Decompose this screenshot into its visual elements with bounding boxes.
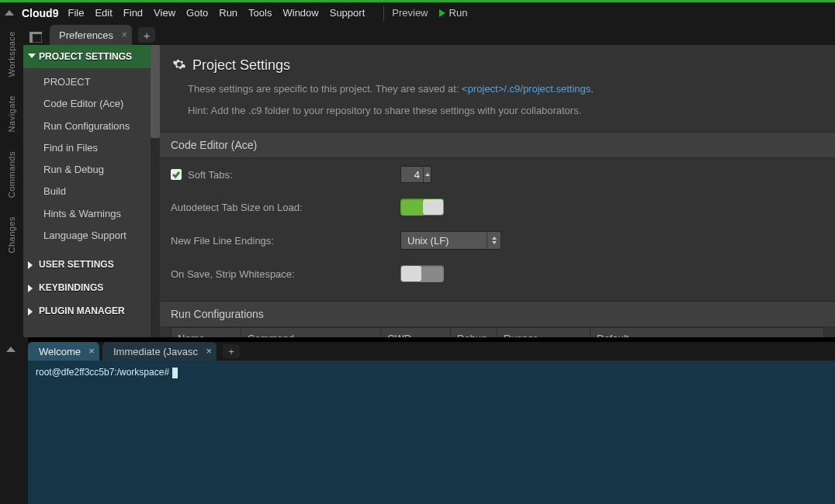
preview-button[interactable]: Preview xyxy=(392,7,428,19)
select-chevron-icon xyxy=(487,232,501,249)
bottom-tab-add-button[interactable]: + xyxy=(223,344,240,358)
section-user-settings[interactable]: USER SETTINGS xyxy=(23,253,160,276)
bottom-left-gutter xyxy=(0,337,28,504)
autodetect-label: Autodetect Tab Size on Load: xyxy=(171,202,303,213)
menu-view[interactable]: View xyxy=(154,7,175,19)
section-keybindings[interactable]: KEYBINDINGS xyxy=(23,276,160,299)
page-title-row: Project Settings xyxy=(160,45,835,78)
menu-support[interactable]: Support xyxy=(330,7,366,19)
run-button[interactable]: Run xyxy=(439,7,468,19)
menu-file[interactable]: File xyxy=(68,7,84,19)
section-user-settings-label: USER SETTINGS xyxy=(39,259,114,270)
sidebar-item-project[interactable]: PROJECT xyxy=(23,71,160,93)
tab-add-button[interactable]: + xyxy=(138,27,155,43)
run-button-label: Run xyxy=(449,7,468,19)
sidebar-scrollbar-thumb[interactable] xyxy=(151,45,160,138)
soft-tabs-checkbox[interactable] xyxy=(171,169,182,180)
col-default[interactable]: Default xyxy=(591,328,823,337)
rail-navigate[interactable]: Navigate xyxy=(7,95,16,132)
brand[interactable]: Cloud9 xyxy=(22,7,58,19)
sidebar-item-hints-warnings[interactable]: Hints & Warnings xyxy=(23,203,160,225)
bottom-tabstrip: Welcome × Immediate (Javasc × + xyxy=(28,342,835,361)
sidebar-item-build[interactable]: Build xyxy=(23,181,160,202)
col-cwd[interactable]: CWD xyxy=(381,328,451,337)
spinner-up-icon[interactable] xyxy=(423,167,431,182)
sidebar-item-run-and-debug[interactable]: Run & Debug xyxy=(23,159,160,181)
bottom-tab-welcome-label: Welcome xyxy=(39,346,81,357)
setting-autodetect-tab-size: Autodetect Tab Size on Load: xyxy=(160,191,835,223)
tab-preferences[interactable]: Preferences × xyxy=(50,25,132,45)
page-intro: These settings are specific to this proj… xyxy=(160,78,835,100)
bottom-tab-welcome[interactable]: Welcome × xyxy=(28,342,99,361)
sidebar-item-language-support[interactable]: Language Support xyxy=(23,225,160,247)
col-runner[interactable]: Runner xyxy=(497,328,591,337)
bottom-tab-immediate-label: Immediate (Javasc xyxy=(113,346,198,357)
left-rail: Workspace Navigate Commands Changes xyxy=(0,23,23,337)
bottom-tab-immediate-close-icon[interactable]: × xyxy=(206,345,212,357)
chevron-right-icon xyxy=(28,308,33,316)
menu-run[interactable]: Run xyxy=(219,7,237,19)
chevron-down-icon xyxy=(28,54,36,58)
strip-ws-toggle[interactable] xyxy=(400,265,444,282)
line-endings-value: Unix (LF) xyxy=(407,235,449,247)
soft-tabs-spinner[interactable] xyxy=(400,166,431,183)
rail-workspace[interactable]: Workspace xyxy=(7,31,16,77)
terminal-prompt: root@dfe2ff3cc5b7:/workspace# xyxy=(36,367,169,378)
intro-path: <project>/.c9/project.settings xyxy=(462,83,591,95)
svg-rect-1 xyxy=(29,32,42,34)
tab-preferences-label: Preferences xyxy=(59,29,113,41)
collapse-bottom-icon[interactable] xyxy=(6,347,16,352)
menu-edit[interactable]: Edit xyxy=(95,7,112,19)
section-plugin-manager-label: PLUGIN MANAGER xyxy=(39,306,125,316)
sidebar-item-code-editor[interactable]: Code Editor (Ace) xyxy=(23,93,160,115)
soft-tabs-input[interactable] xyxy=(401,169,423,181)
intro-suffix: . xyxy=(591,83,594,95)
settings-content: Project Settings These settings are spec… xyxy=(160,45,835,337)
soft-tabs-label: Soft Tabs: xyxy=(188,169,233,181)
strip-ws-label: On Save, Strip Whitespace: xyxy=(171,268,295,280)
col-command[interactable]: Command xyxy=(241,328,381,337)
section-project-settings[interactable]: PROJECT SETTINGS xyxy=(23,45,160,68)
gear-icon xyxy=(172,57,186,74)
setting-line-endings: New File Line Endings: Unix (LF) xyxy=(160,223,835,257)
col-debug[interactable]: Debug xyxy=(451,328,497,337)
group-code-editor-header: Code Editor (Ace) xyxy=(160,132,835,158)
collapse-top-icon[interactable] xyxy=(5,10,14,16)
section-plugin-manager[interactable]: PLUGIN MANAGER xyxy=(23,299,160,323)
chevron-right-icon xyxy=(28,261,33,269)
bottom-tab-immediate[interactable]: Immediate (Javasc × xyxy=(102,342,217,361)
line-endings-select[interactable]: Unix (LF) xyxy=(400,231,501,250)
terminal[interactable]: root@dfe2ff3cc5b7:/workspace# xyxy=(28,361,835,504)
section-project-settings-label: PROJECT SETTINGS xyxy=(39,51,132,62)
menu-tools[interactable]: Tools xyxy=(248,7,272,19)
menubar-separator xyxy=(383,5,384,21)
rail-commands[interactable]: Commands xyxy=(7,151,16,198)
page-hint: Hint: Add the .c9 folder to your reposit… xyxy=(160,100,835,122)
tabstrip: Preferences × + xyxy=(23,23,835,45)
toggle-knob xyxy=(401,266,421,281)
menu-goto[interactable]: Goto xyxy=(186,7,208,19)
setting-strip-whitespace: On Save, Strip Whitespace: xyxy=(160,257,835,290)
sidebar-item-run-config[interactable]: Run Configurations xyxy=(23,116,160,137)
section-keybindings-label: KEYBINDINGS xyxy=(39,282,103,293)
menu-find[interactable]: Find xyxy=(123,7,143,19)
setting-soft-tabs: Soft Tabs: xyxy=(160,158,835,191)
toggle-knob xyxy=(423,199,443,215)
settings-sidebar: PROJECT SETTINGS PROJECT Code Editor (Ac… xyxy=(23,45,160,337)
chevron-right-icon xyxy=(28,285,33,292)
panel-layout-icon[interactable] xyxy=(28,29,43,45)
section-project-settings-items: PROJECT Code Editor (Ace) Run Configurat… xyxy=(23,68,160,253)
rail-changes[interactable]: Changes xyxy=(7,216,16,254)
tab-preferences-close-icon[interactable]: × xyxy=(122,29,128,40)
run-config-table-head: Name Command CWD Debug Runner Default xyxy=(171,327,824,337)
line-endings-label: New File Line Endings: xyxy=(171,235,274,247)
autodetect-toggle[interactable] xyxy=(400,198,444,216)
col-name[interactable]: Name xyxy=(172,328,241,337)
svg-rect-2 xyxy=(29,34,33,43)
intro-prefix: These settings are specific to this proj… xyxy=(188,83,462,95)
menubar: Cloud9 File Edit Find View Goto Run Tool… xyxy=(0,0,835,23)
page-title: Project Settings xyxy=(192,57,290,74)
bottom-tab-welcome-close-icon[interactable]: × xyxy=(88,345,95,357)
sidebar-item-find-in-files[interactable]: Find in Files xyxy=(23,137,160,159)
menu-window[interactable]: Window xyxy=(282,7,318,19)
